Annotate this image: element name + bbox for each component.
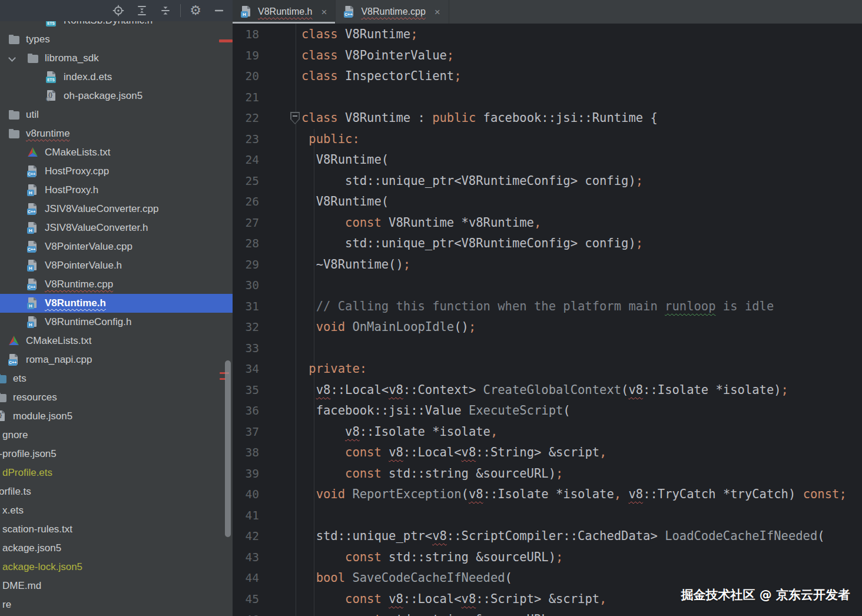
tree-item-scation-rules-txt[interactable]: scation-rules.txt: [0, 520, 233, 539]
tree-item-ets[interactable]: ets: [0, 369, 233, 388]
tree-item-re[interactable]: re: [0, 595, 233, 614]
collapse-all-icon[interactable]: [159, 4, 172, 17]
line-number[interactable]: 32: [233, 317, 259, 338]
tree-item-libroma-sdk[interactable]: libroma_sdk: [0, 49, 233, 68]
code-line-19[interactable]: 19class V8PointerValue;: [233, 45, 862, 67]
tree-item-hostproxy-h[interactable]: HHostProxy.h: [0, 181, 233, 200]
code-line-26[interactable]: 26 V8Runtime(: [233, 191, 862, 213]
code-line-38[interactable]: 38 const v8::Local<v8::String> &script,: [233, 442, 862, 463]
line-number[interactable]: 43: [233, 547, 259, 568]
tree-item-x-ets[interactable]: x.ets: [0, 501, 233, 520]
line-number[interactable]: 20: [233, 66, 259, 87]
line-number[interactable]: 31: [233, 296, 259, 317]
line-number[interactable]: 45: [233, 589, 259, 610]
code-line-27[interactable]: 27 const V8Runtime *v8Runtime,: [233, 213, 862, 234]
code-line-32[interactable]: 32 void OnMainLoopIdle();: [233, 317, 862, 338]
tree-item-roma-napi-cpp[interactable]: C++roma_napi.cpp: [0, 350, 233, 369]
tree-item-types[interactable]: types: [0, 30, 233, 49]
line-number[interactable]: 22: [233, 108, 259, 129]
line-number[interactable]: 40: [233, 484, 259, 505]
line-number[interactable]: 24: [233, 150, 259, 171]
tree-item-ackage-json5[interactable]: ackage.json5: [0, 539, 233, 558]
tree-item-dme-md[interactable]: DME.md: [0, 577, 233, 595]
code-line-40[interactable]: 40 void ReportException(v8::Isolate *iso…: [233, 484, 862, 505]
code-line-33[interactable]: 33: [233, 338, 862, 359]
tree-item-module-json5[interactable]: {}⚙module.json5: [0, 407, 233, 426]
code-line-43[interactable]: 43 const std::string &sourceURL);: [233, 547, 862, 568]
code-line-30[interactable]: 30: [233, 275, 862, 296]
line-number[interactable]: 30: [233, 275, 259, 296]
code-line-20[interactable]: 20class InspectorClient;: [233, 66, 862, 87]
tree-item-jsiv8valueconverter-cpp[interactable]: C++JSIV8ValueConverter.cpp: [0, 200, 233, 218]
code-editor[interactable]: 18class V8Runtime;19class V8PointerValue…: [233, 24, 862, 616]
tree-item-v8pointervalue-cpp[interactable]: C++V8PointerValue.cpp: [0, 237, 233, 256]
tree-item-index-d-ets[interactable]: ETSindex.d.ets: [0, 68, 233, 87]
code-line-22[interactable]: 22class V8Runtime : public facebook::jsi…: [233, 108, 862, 129]
tree-item-hostproxy-cpp[interactable]: C++HostProxy.cpp: [0, 162, 233, 181]
code-lines[interactable]: 18class V8Runtime;19class V8PointerValue…: [233, 24, 862, 616]
line-number[interactable]: 46: [233, 610, 259, 616]
line-number[interactable]: 26: [233, 191, 259, 213]
line-number[interactable]: 38: [233, 442, 259, 463]
line-number[interactable]: 19: [233, 45, 259, 67]
tree-item-v8runtimeconfig-h[interactable]: HV8RuntimeConfig.h: [0, 313, 233, 332]
expand-all-icon[interactable]: [135, 4, 148, 17]
tree-item-v8runtime-cpp[interactable]: C++V8Runtime.cpp: [0, 275, 233, 294]
code-line-18[interactable]: 18class V8Runtime;: [233, 24, 862, 45]
code-line-41[interactable]: 41: [233, 505, 862, 526]
line-number[interactable]: 27: [233, 213, 259, 234]
code-line-35[interactable]: 35 v8::Local<v8::Context> CreateGlobalCo…: [233, 380, 862, 401]
line-number[interactable]: 37: [233, 422, 259, 443]
line-number[interactable]: 25: [233, 171, 259, 192]
tree-item-d-profile-json5[interactable]: d-profile.json5: [0, 445, 233, 463]
code-line-34[interactable]: 34 private:: [233, 359, 862, 380]
code-line-25[interactable]: 25 std::unique_ptr<V8RuntimeConfig> conf…: [233, 171, 862, 192]
line-number[interactable]: 44: [233, 568, 259, 589]
code-line-39[interactable]: 39 const std::string &sourceURL);: [233, 463, 862, 485]
code-line-42[interactable]: 42 std::unique_ptr<v8::ScriptCompiler::C…: [233, 526, 862, 547]
tree-item-gnore[interactable]: gnore: [0, 426, 233, 445]
chevron-down-icon[interactable]: [8, 54, 16, 62]
tab-v8runtime-h[interactable]: HV8Runtime.h×: [233, 0, 336, 24]
close-icon[interactable]: ×: [435, 7, 440, 17]
tree-item-ackage-lock-json5[interactable]: ackage-lock.json5: [0, 558, 233, 577]
tree-item-util[interactable]: util: [0, 105, 233, 124]
hide-panel-icon[interactable]: [213, 4, 226, 17]
code-line-44[interactable]: 44 bool SaveCodeCacheIfNeeded(: [233, 568, 862, 589]
tree-item-v8runtime-h[interactable]: HV8Runtime.h: [0, 294, 233, 313]
code-line-23[interactable]: 23 public:: [233, 129, 862, 150]
code-line-31[interactable]: 31 // Calling this function when the pla…: [233, 296, 862, 317]
tree-item-dprofile-ets[interactable]: dProfile.ets: [0, 463, 233, 482]
code-line-21[interactable]: 21: [233, 87, 862, 108]
line-number[interactable]: 23: [233, 129, 259, 150]
tree-scrollbar[interactable]: [225, 360, 231, 537]
tree-item-cmakelists-txt[interactable]: CMakeLists.txt: [0, 143, 233, 162]
tree-item-jsiv8valueconverter-h[interactable]: HJSIV8ValueConverter.h: [0, 218, 233, 237]
line-number[interactable]: 18: [233, 24, 259, 45]
line-number[interactable]: 36: [233, 400, 259, 422]
line-number[interactable]: 39: [233, 463, 259, 485]
code-line-46[interactable]: 46 const std::string &sourceURL: [233, 610, 862, 616]
line-number[interactable]: 42: [233, 526, 259, 547]
line-number[interactable]: 21: [233, 87, 259, 108]
tab-v8runtime-cpp[interactable]: C++V8Runtime.cpp×: [336, 0, 449, 24]
line-number[interactable]: 34: [233, 359, 259, 380]
tree-item-oh-package-json5[interactable]: {}⚙oh-package.json5: [0, 87, 233, 105]
tree-item-v8runtime[interactable]: v8runtime: [0, 124, 233, 143]
settings-gear-icon[interactable]: ⚙: [189, 4, 202, 17]
tree-item-v8pointervalue-h[interactable]: HV8PointerValue.h: [0, 256, 233, 275]
locate-icon[interactable]: [112, 4, 125, 17]
close-icon[interactable]: ×: [321, 7, 327, 17]
tree-item-cmakelists-txt[interactable]: CMakeLists.txt: [0, 332, 233, 350]
line-number[interactable]: 41: [233, 505, 259, 526]
fold-marker[interactable]: [290, 112, 300, 124]
code-line-24[interactable]: 24 V8Runtime(: [233, 150, 862, 171]
line-number[interactable]: 28: [233, 233, 259, 254]
tree-item-resources[interactable]: resources: [0, 388, 233, 407]
line-number[interactable]: 33: [233, 338, 259, 359]
line-number[interactable]: 29: [233, 254, 259, 276]
code-line-29[interactable]: 29 ~V8Runtime();: [233, 254, 862, 276]
code-line-37[interactable]: 37 v8::Isolate *isolate,: [233, 422, 862, 443]
line-number[interactable]: 35: [233, 380, 259, 401]
code-line-36[interactable]: 36 facebook::jsi::Value ExecuteScript(: [233, 400, 862, 422]
